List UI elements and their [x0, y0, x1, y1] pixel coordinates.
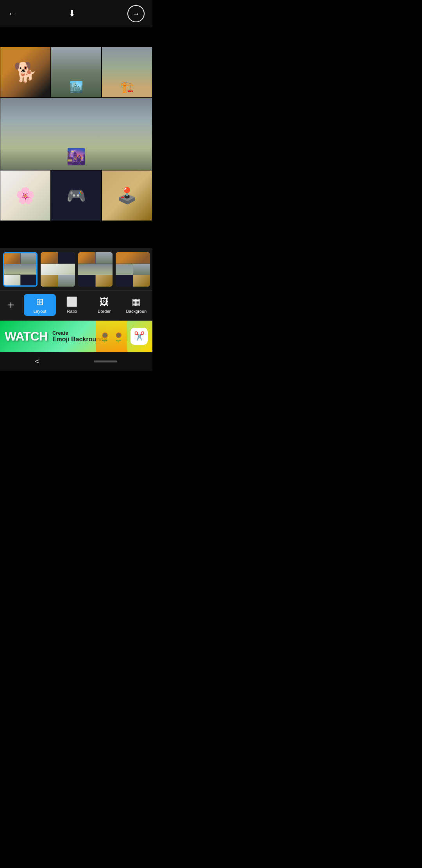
- next-button[interactable]: →: [127, 5, 145, 22]
- tmpl-cell: [78, 252, 95, 264]
- background-label: Backgroun: [126, 309, 147, 314]
- ad-banner[interactable]: WATCH Create Emoji Backrounds 🌻🌻 ✂️: [0, 321, 152, 352]
- photo-pixel-art: [51, 170, 102, 221]
- photo-row-3: [0, 170, 152, 221]
- photo-flowers: [0, 170, 51, 221]
- background-button[interactable]: ▦ Backgroun: [120, 294, 152, 316]
- layout-label: Layout: [34, 309, 46, 314]
- add-button[interactable]: +: [0, 296, 22, 314]
- tmpl-cell: [78, 264, 113, 275]
- tmpl-cell: [116, 252, 150, 264]
- border-button[interactable]: 🖼 Border: [88, 294, 120, 316]
- download-button[interactable]: ⬇: [68, 9, 75, 19]
- toolbar-divider: [23, 296, 23, 314]
- photo-cityscape1: [102, 47, 152, 98]
- photo-joystick: [102, 170, 152, 221]
- ad-sunflowers: 🌻🌻: [96, 321, 127, 352]
- template-item-1[interactable]: [3, 252, 38, 287]
- tmpl-cell: [133, 275, 150, 287]
- top-spacer: [0, 27, 152, 47]
- tmpl-cell: [133, 264, 150, 275]
- tmpl-cell: [96, 275, 113, 287]
- ad-watch-label: WATCH: [5, 329, 48, 344]
- tmpl-cell: [116, 275, 133, 287]
- bottom-nav: <: [0, 352, 152, 371]
- template-selector[interactable]: [0, 248, 152, 291]
- toolbar: + ⊞ Layout ⬜ Ratio 🖼 Border ▦ Backgroun: [0, 291, 152, 321]
- ratio-icon: ⬜: [66, 296, 78, 307]
- tmpl-cell: [78, 275, 95, 287]
- tmpl-cell: [4, 275, 20, 285]
- top-bar: ← ⬇ →: [0, 0, 152, 27]
- tmpl-cell: [21, 275, 37, 285]
- ratio-button[interactable]: ⬜ Ratio: [56, 294, 88, 316]
- border-label: Border: [98, 309, 111, 314]
- border-icon: 🖼: [100, 296, 109, 307]
- background-icon: ▦: [132, 296, 141, 307]
- template-item-2[interactable]: [41, 252, 75, 287]
- photo-landscape1: [51, 47, 102, 98]
- ratio-label: Ratio: [67, 309, 77, 314]
- tmpl-cell: [41, 275, 58, 287]
- photo-dog: [0, 47, 51, 98]
- tmpl-cell: [4, 264, 36, 275]
- tmpl-cell: [21, 253, 37, 264]
- tmpl-cell: [96, 252, 113, 264]
- photo-row-1: [0, 47, 152, 98]
- back-button[interactable]: ←: [8, 9, 16, 19]
- ad-logo: ✂️: [131, 328, 148, 345]
- template-item-4[interactable]: [116, 252, 150, 287]
- nav-home-bar[interactable]: [94, 360, 117, 362]
- photo-grid: [0, 47, 152, 221]
- tmpl-cell: [58, 275, 75, 287]
- layout-icon: ⊞: [36, 296, 44, 307]
- tmpl-cell: [4, 253, 20, 264]
- tmpl-cell: [41, 264, 75, 275]
- template-item-3[interactable]: [78, 252, 113, 287]
- photo-skyline-wide: [0, 98, 152, 170]
- layout-button[interactable]: ⊞ Layout: [24, 294, 56, 316]
- tmpl-cell: [58, 252, 75, 264]
- tmpl-cell: [116, 264, 133, 275]
- plus-icon: +: [8, 299, 14, 310]
- nav-back-button[interactable]: <: [35, 357, 40, 366]
- mid-spacer: [0, 221, 152, 248]
- tmpl-cell: [41, 252, 58, 264]
